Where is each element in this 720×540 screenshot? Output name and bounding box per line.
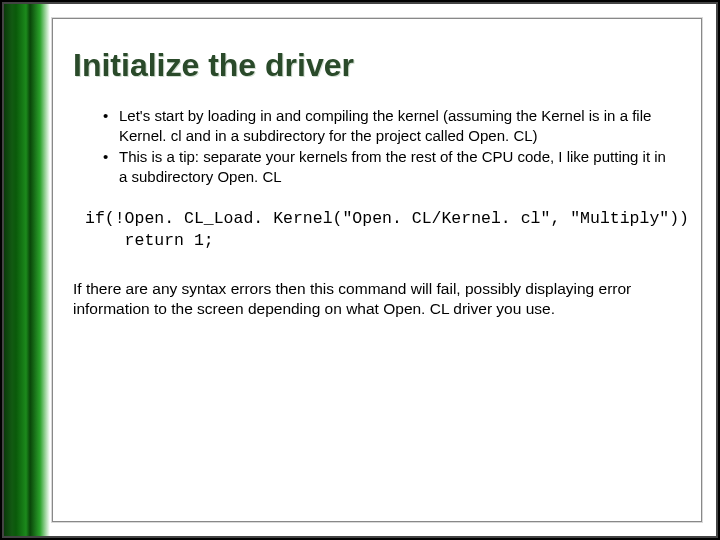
slide-frame: Initialize the driver Let's start by loa… <box>2 2 718 538</box>
list-item: Let's start by loading in and compiling … <box>103 106 675 145</box>
bullet-list: Let's start by loading in and compiling … <box>73 106 685 186</box>
code-block: if(!Open. CL_Load. Kernel("Open. CL/Kern… <box>85 208 685 253</box>
slide-body: Initialize the driver Let's start by loa… <box>52 18 702 522</box>
slide-title: Initialize the driver <box>73 47 685 84</box>
paragraph: If there are any syntax errors then this… <box>73 279 683 319</box>
list-item: This is a tip: separate your kernels fro… <box>103 147 675 186</box>
